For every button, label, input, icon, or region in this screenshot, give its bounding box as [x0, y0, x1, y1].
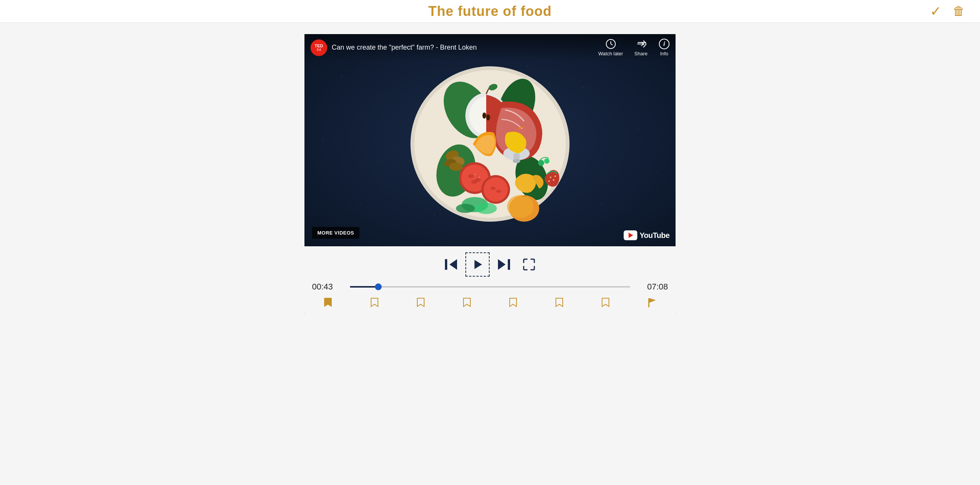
svg-point-9 — [486, 115, 490, 121]
svg-point-25 — [550, 177, 551, 178]
progress-thumb[interactable] — [375, 283, 382, 290]
info-icon: i — [659, 39, 670, 49]
bookmark-outline-1[interactable] — [370, 297, 379, 310]
svg-marker-44 — [449, 259, 457, 270]
svg-point-8 — [482, 113, 486, 119]
video-topbar: TED Ed Can we create the "perfect" farm?… — [304, 34, 676, 61]
plate-illustration — [399, 49, 581, 231]
fullscreen-icon — [522, 258, 536, 271]
svg-rect-49 — [648, 298, 649, 307]
bookmark-outline-3[interactable] — [463, 297, 471, 310]
check-button[interactable]: ✓ — [930, 3, 941, 19]
ted-logo-text: TED — [315, 44, 323, 48]
skip-forward-icon — [497, 258, 511, 271]
svg-marker-46 — [474, 260, 482, 269]
bookmark-filled-1[interactable] — [323, 297, 332, 310]
svg-point-20 — [490, 187, 496, 190]
skip-back-icon — [444, 258, 458, 271]
header-actions: ✓ 🗑 — [930, 3, 965, 19]
progress-row: 00:43 07:08 — [304, 282, 676, 292]
clock-icon — [606, 39, 616, 49]
share-label: Share — [634, 51, 648, 56]
svg-point-36 — [507, 195, 533, 218]
play-icon — [472, 259, 483, 270]
svg-point-16 — [474, 174, 475, 175]
video-wrapper: TED Ed Can we create the "perfect" farm?… — [304, 34, 676, 314]
svg-point-38 — [476, 203, 497, 214]
play-button[interactable] — [465, 252, 490, 277]
video-title: Can we create the "perfect" farm? - Bren… — [332, 43, 477, 51]
current-time: 00:43 — [312, 282, 342, 292]
svg-rect-48 — [508, 259, 510, 270]
watch-later-button[interactable]: Watch later — [598, 39, 623, 56]
progress-track — [350, 286, 630, 287]
svg-marker-47 — [498, 259, 506, 270]
skip-forward-button[interactable] — [493, 254, 515, 275]
ted-logo: TED Ed — [310, 40, 327, 56]
info-button[interactable]: i Info — [659, 39, 670, 56]
bookmark-outline-6[interactable] — [601, 297, 610, 310]
share-icon — [636, 39, 646, 49]
header: The future of food ✓ 🗑 — [0, 0, 980, 23]
youtube-logo: YouTube — [624, 230, 670, 240]
progress-bar[interactable] — [350, 286, 630, 288]
main-content: TED Ed Can we create the "perfect" farm?… — [0, 23, 980, 314]
video-topbar-actions: Watch later Share — [598, 39, 670, 56]
youtube-icon — [624, 230, 637, 240]
svg-point-13 — [468, 174, 474, 178]
svg-point-39 — [456, 204, 475, 213]
bookmark-outline-5[interactable] — [555, 297, 563, 310]
svg-point-21 — [496, 190, 501, 193]
svg-point-30 — [544, 158, 549, 164]
svg-point-28 — [554, 175, 556, 177]
svg-point-24 — [513, 159, 520, 163]
total-time: 07:08 — [638, 282, 668, 292]
watch-later-label: Watch later — [598, 51, 623, 56]
bookmark-outline-4[interactable] — [509, 297, 517, 310]
fullscreen-button[interactable] — [519, 254, 539, 275]
video-player[interactable]: TED Ed Can we create the "perfect" farm?… — [304, 34, 676, 246]
youtube-label: YouTube — [640, 231, 670, 240]
svg-point-15 — [471, 180, 477, 184]
svg-point-19 — [484, 177, 508, 202]
page-title: The future of food — [428, 3, 552, 19]
info-label: Info — [660, 51, 668, 56]
progress-fill — [350, 286, 378, 287]
flag-button[interactable] — [648, 297, 657, 310]
svg-point-17 — [479, 177, 480, 178]
svg-point-27 — [548, 180, 550, 182]
youtube-play-icon — [628, 233, 633, 238]
more-videos-button[interactable]: MORE VIDEOS — [312, 227, 360, 239]
skip-back-button[interactable] — [441, 254, 461, 275]
svg-line-42 — [611, 44, 612, 45]
ted-logo-ed: Ed — [317, 48, 321, 51]
share-button[interactable]: Share — [634, 39, 648, 56]
controls-area: 00:43 07:08 — [304, 246, 676, 314]
trash-button[interactable]: 🗑 — [953, 4, 965, 18]
bookmarks-row — [304, 297, 676, 314]
svg-point-26 — [553, 179, 554, 181]
svg-rect-45 — [445, 259, 447, 270]
playback-controls — [441, 252, 539, 277]
bookmark-outline-2[interactable] — [417, 297, 425, 310]
